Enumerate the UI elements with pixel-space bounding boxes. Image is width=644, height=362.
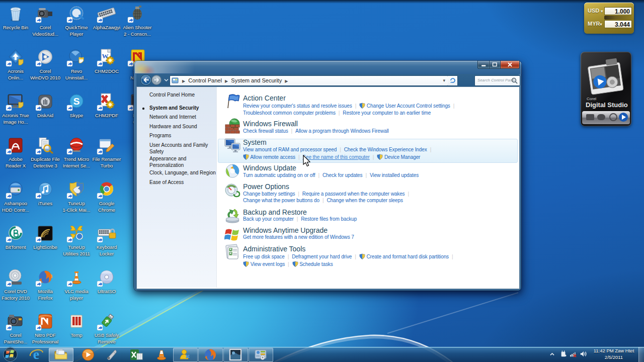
svg-text:Digital Studio: Digital Studio	[586, 101, 628, 109]
svg-text:S: S	[73, 96, 80, 107]
svg-text:Corel: Corel	[587, 97, 596, 101]
